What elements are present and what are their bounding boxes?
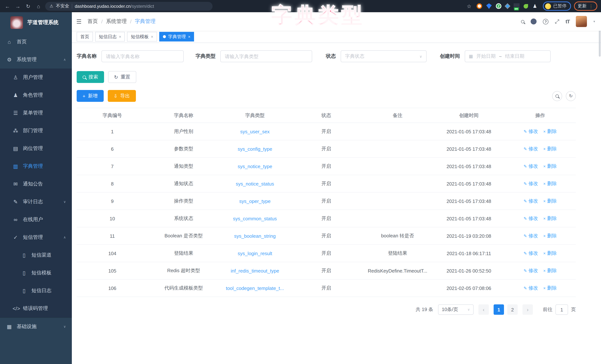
delete-link[interactable]: ×删除: [543, 267, 557, 274]
status-select[interactable]: 字典状态 ∨: [341, 50, 427, 62]
export-button[interactable]: ⇩ 导出: [108, 90, 136, 102]
table-refresh-button[interactable]: ↻: [566, 91, 576, 101]
reload-icon[interactable]: ↻: [24, 3, 32, 9]
security-label[interactable]: 不安全: [56, 3, 69, 9]
sidebar-item-roles[interactable]: ♟角色管理: [0, 86, 72, 104]
dict-type-link[interactable]: inf_redis_timeout_type: [231, 268, 279, 273]
paused-badge[interactable]: 已暂停: [543, 1, 571, 11]
dict-type-link[interactable]: sys_oper_type: [239, 198, 270, 204]
back-icon[interactable]: ←: [4, 3, 11, 9]
breadcrumb-item[interactable]: 系统管理: [106, 18, 127, 25]
delete-link[interactable]: ×删除: [543, 215, 557, 222]
delete-link[interactable]: ×删除: [543, 145, 557, 152]
next-page-button[interactable]: ›: [522, 304, 533, 315]
address-bar[interactable]: ⚠ 不安全 dashboard.yudao.iocoder.cn/system/…: [45, 2, 212, 10]
user-avatar[interactable]: [576, 16, 587, 27]
sidebar-item-posts[interactable]: ▤岗位管理: [0, 140, 72, 157]
dict-type-link[interactable]: sys_login_result: [238, 251, 272, 256]
github-icon[interactable]: [531, 19, 537, 24]
sidebar-item-system[interactable]: ⚙系统管理∧: [0, 51, 72, 69]
text-size-icon[interactable]: tT: [566, 19, 570, 24]
edit-link[interactable]: ✎修改: [524, 215, 538, 222]
sidebar-toggle-icon[interactable]: ☰: [76, 18, 82, 25]
sidebar-item-error-codes[interactable]: </>错误码管理: [0, 300, 72, 317]
sidebar-item-infrastructure[interactable]: ▦基础设施∨: [0, 317, 72, 335]
extension-gem-icon[interactable]: [486, 3, 492, 9]
sidebar-item-menus[interactable]: ☰菜单管理: [0, 104, 72, 122]
delete-label: 删除: [547, 267, 557, 274]
extension-on-badge-icon[interactable]: on: [514, 4, 520, 9]
page-button-2[interactable]: 2: [507, 304, 518, 315]
edit-link[interactable]: ✎修改: [524, 163, 538, 170]
dict-type-link[interactable]: tool_codegen_template_t...: [226, 285, 284, 291]
browser-menu-icon[interactable]: ⋮: [589, 3, 594, 9]
delete-link[interactable]: ×删除: [543, 198, 557, 204]
dict-name-input[interactable]: [101, 50, 184, 62]
forward-icon[interactable]: →: [14, 3, 21, 9]
sidebar-item-sms[interactable]: ✓短信管理∧: [0, 228, 72, 246]
date-range-picker[interactable]: ▦ 开始日期 ~ 结束日期: [465, 50, 551, 62]
user-menu-caret-icon[interactable]: ▾: [593, 20, 595, 23]
dict-type-link[interactable]: sys_common_status: [233, 216, 277, 221]
extension-green-icon[interactable]: Z: [496, 3, 501, 9]
delete-link[interactable]: ×删除: [543, 233, 557, 239]
sidebar-item-sms-log[interactable]: ▯短信日志: [0, 282, 72, 300]
extension-figure-icon[interactable]: ♟: [532, 3, 538, 9]
sidebar-item-departments[interactable]: ⁂部门管理: [0, 122, 72, 140]
sidebar-item-sms-channel[interactable]: ▯短信渠道: [0, 246, 72, 264]
edit-link[interactable]: ✎修改: [524, 233, 538, 239]
dict-type-input[interactable]: [220, 50, 312, 62]
dict-type-link[interactable]: sys_user_sex: [240, 129, 270, 134]
extension-leaf-icon[interactable]: [524, 4, 528, 8]
reset-button[interactable]: ↻ 重置: [108, 71, 136, 83]
delete-link[interactable]: ×删除: [543, 250, 557, 257]
sidebar-item-dictionary[interactable]: ▥字典管理: [0, 157, 72, 175]
search-icon[interactable]: [521, 20, 524, 23]
breadcrumb-item[interactable]: 首页: [88, 18, 98, 25]
help-icon[interactable]: ?: [543, 19, 548, 24]
prev-page-button[interactable]: ‹: [478, 304, 489, 315]
table-search-button[interactable]: [552, 91, 562, 101]
browser-home-icon[interactable]: ⌂: [35, 3, 42, 9]
app-logo-row[interactable]: 芋道管理系统: [0, 12, 72, 33]
tab-sms-template[interactable]: 短信模板×: [127, 32, 157, 41]
tab-home[interactable]: 首页: [77, 32, 93, 41]
add-button[interactable]: + 新增: [77, 90, 103, 102]
sidebar-item-audit-log[interactable]: ✎审计日志∨: [0, 193, 72, 211]
fullscreen-icon[interactable]: ⤢: [555, 18, 559, 25]
delete-link[interactable]: ×删除: [543, 285, 557, 292]
edit-link[interactable]: ✎修改: [524, 198, 538, 204]
goto-page-input[interactable]: [555, 304, 568, 315]
sidebar-item-users[interactable]: ♙用户管理: [0, 69, 72, 86]
dict-type-link[interactable]: sys_config_type: [238, 146, 272, 152]
sidebar-item-announcements[interactable]: ✉通知公告: [0, 175, 72, 193]
delete-link[interactable]: ×删除: [543, 163, 557, 170]
edit-icon: ✎: [524, 268, 527, 273]
close-icon[interactable]: ×: [151, 34, 153, 39]
edit-link[interactable]: ✎修改: [524, 250, 538, 257]
sidebar-item-sms-template[interactable]: ▯短信模板: [0, 264, 72, 282]
edit-link[interactable]: ✎修改: [524, 145, 538, 152]
close-icon[interactable]: ×: [119, 34, 121, 39]
close-icon[interactable]: ×: [188, 34, 190, 39]
search-button[interactable]: 搜索: [77, 71, 104, 83]
extension-ring-icon[interactable]: [477, 3, 482, 9]
dict-type-link[interactable]: sys_notice_status: [236, 181, 274, 186]
delete-link[interactable]: ×删除: [543, 128, 557, 135]
update-button[interactable]: 更新 ⋮: [574, 1, 597, 11]
bookmark-star-icon[interactable]: ☆: [467, 3, 471, 9]
sidebar-item-online-users[interactable]: ∞在线用户: [0, 211, 72, 228]
edit-link[interactable]: ✎修改: [524, 128, 538, 135]
extension-diamond-icon[interactable]: [505, 3, 510, 9]
edit-link[interactable]: ✎修改: [524, 285, 538, 292]
edit-link[interactable]: ✎修改: [524, 267, 538, 274]
page-size-select[interactable]: 10条/页 ∨: [438, 304, 474, 315]
page-button-1[interactable]: 1: [494, 304, 504, 315]
sidebar-item-home[interactable]: ⌂首页: [0, 33, 72, 51]
edit-link[interactable]: ✎修改: [524, 180, 538, 187]
tab-sms-log[interactable]: 短信日志×: [95, 32, 125, 41]
dict-type-link[interactable]: sys_notice_type: [238, 163, 272, 169]
tab-dictionary[interactable]: 字典管理×: [159, 32, 194, 41]
delete-link[interactable]: ×删除: [543, 180, 557, 187]
dict-type-link[interactable]: sys_boolean_string: [234, 233, 276, 239]
